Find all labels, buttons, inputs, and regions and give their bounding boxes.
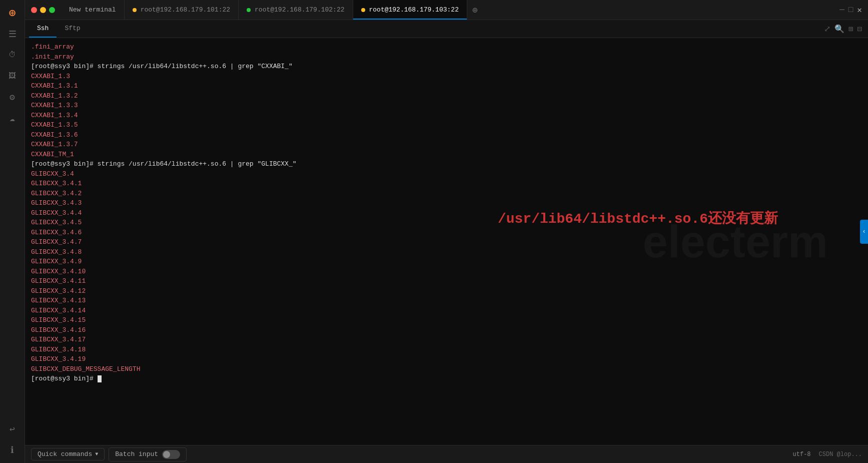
minimize-win-icon[interactable]: ─ (839, 6, 844, 15)
terminal-line: CXXABI_1.3.7 (31, 140, 862, 150)
subtab-sftp[interactable]: Sftp (57, 20, 88, 38)
subtab-ssh[interactable]: Ssh (29, 20, 57, 38)
terminal-line: CXXABI_1.3.5 (31, 120, 862, 130)
subtabs-left: Ssh Sftp (29, 20, 89, 38)
search-icon[interactable]: 🔍 (834, 24, 844, 34)
terminal-line: GLIBCXX_3.4.2 (31, 189, 862, 199)
batch-input-label: Batch input (115, 450, 158, 458)
terminal-line: [root@ssy3 bin]# strings /usr/lib64/libs… (31, 159, 862, 169)
terminal-line: GLIBCXX_3.4.6 (31, 228, 862, 238)
tab-dot-2 (247, 8, 251, 12)
tab-dot-3 (361, 8, 365, 12)
add-tab-button[interactable]: ⊕ (467, 0, 483, 20)
terminal-line: .init_array (31, 52, 862, 62)
tab-dot-1 (133, 8, 137, 12)
terminal-line: GLIBCXX_3.4 (31, 169, 862, 179)
sidebar-info[interactable]: ℹ (4, 441, 22, 459)
terminal-line: GLIBCXX_3.4.15 (31, 315, 862, 325)
sidebar: ⊕ ☰ ⏱ 🖼 ⚙ ☁ ↩ ℹ (0, 0, 25, 463)
terminal-cursor (98, 375, 102, 382)
terminal-line: CXXABI_1.3.3 (31, 101, 862, 111)
terminal-line: GLIBCXX_3.4.18 (31, 345, 862, 355)
titlebar: New terminal root@192.168.179.101:22 roo… (25, 0, 868, 20)
quick-commands-chevron: ▼ (95, 451, 98, 457)
terminal-line: GLIBCXX_3.4.8 (31, 247, 862, 257)
toggle-knob (163, 451, 170, 458)
window-controls (25, 7, 61, 13)
minimize-button[interactable] (40, 7, 46, 13)
terminal-line: CXXABI_1.3.4 (31, 111, 862, 121)
new-terminal-label: New terminal (69, 6, 116, 14)
sidebar-cloud[interactable]: ☁ (4, 109, 22, 127)
terminal-line: GLIBCXX_3.4.1 (31, 179, 862, 189)
expand-icon[interactable]: ⤢ (824, 24, 830, 34)
batch-input-button[interactable]: Batch input (109, 447, 187, 461)
terminal-line: [root@ssy3 bin]# strings /usr/lib64/libs… (31, 62, 862, 72)
tab-label-2: root@192.168.179.102:22 (255, 6, 344, 14)
panel-chevron-icon: ‹ (862, 228, 865, 235)
watermark-annotation: /usr/lib64/libstdc++.so.6还没有更新 (498, 209, 778, 228)
sidebar-media[interactable]: 🖼 (4, 67, 22, 85)
statusbar: Quick commands ▼ Batch input utf-8 CSDN … (25, 445, 868, 463)
terminal-line: CXXABI_TM_1 (31, 150, 862, 160)
subtabs-right: ⤢ 🔍 ⊞ ⊟ (824, 24, 868, 34)
sidebar-settings[interactable]: ⚙ (4, 88, 22, 106)
maximize-button[interactable] (49, 7, 55, 13)
right-panel-toggle[interactable]: ‹ (860, 220, 868, 244)
tab-session-2[interactable]: root@192.168.179.102:22 (239, 0, 353, 20)
tab-label-3: root@192.168.179.103:22 (369, 6, 459, 14)
layout-icon[interactable]: ⊟ (857, 24, 862, 34)
terminal-line: GLIBCXX_3.4.13 (31, 296, 862, 306)
terminal-line: GLIBCXX_3.4.16 (31, 325, 862, 335)
close-button[interactable] (31, 7, 37, 13)
terminal-line: .fini_array (31, 42, 862, 52)
terminal-line: GLIBCXX_3.4.10 (31, 267, 862, 277)
tab-label-1: root@192.168.179.101:22 (141, 6, 230, 14)
terminal-line: CXXABI_1.3.2 (31, 91, 862, 101)
main-content: New terminal root@192.168.179.101:22 roo… (25, 0, 868, 463)
terminal-area[interactable]: .fini_array.init_array[root@ssy3 bin]# s… (25, 38, 868, 445)
sidebar-logo[interactable]: ⊕ (4, 4, 22, 22)
terminal-line: GLIBCXX_3.4.9 (31, 257, 862, 267)
terminal-line: GLIBCXX_3.4.17 (31, 335, 862, 345)
tabs-bar: New terminal root@192.168.179.101:22 roo… (61, 0, 839, 20)
tab-session-1[interactable]: root@192.168.179.101:22 (125, 0, 239, 20)
status-right: utf-8 CSDN @lop... (793, 451, 862, 458)
terminal-line: GLIBCXX_DEBUG_MESSAGE_LENGTH (31, 364, 862, 374)
grid-icon[interactable]: ⊞ (848, 24, 853, 34)
batch-input-toggle[interactable] (162, 450, 180, 459)
terminal-line: CXXABI_1.3 (31, 72, 862, 82)
terminal-line: GLIBCXX_3.4.7 (31, 237, 862, 247)
csdn-label: CSDN @lop... (819, 451, 862, 458)
terminal-line: CXXABI_1.3.6 (31, 130, 862, 140)
tab-new-terminal[interactable]: New terminal (61, 0, 125, 20)
terminal-line: [root@ssy3 bin]# (31, 374, 862, 384)
tab-session-3[interactable]: root@192.168.179.103:22 (353, 0, 467, 20)
subtabs-bar: Ssh Sftp ⤢ 🔍 ⊞ ⊟ (25, 20, 868, 38)
quick-commands-label: Quick commands (38, 450, 92, 458)
restore-win-icon[interactable]: □ (848, 6, 853, 15)
terminal-line: GLIBCXX_3.4.3 (31, 198, 862, 208)
sidebar-sessions[interactable]: ☰ (4, 25, 22, 43)
sidebar-history[interactable]: ⏱ (4, 46, 22, 64)
terminal-line: CXXABI_1.3.1 (31, 81, 862, 91)
sidebar-back[interactable]: ↩ (4, 420, 22, 438)
encoding-label: utf-8 (793, 451, 811, 458)
terminal-line: GLIBCXX_3.4.19 (31, 354, 862, 364)
terminal-line: GLIBCXX_3.4.12 (31, 286, 862, 296)
terminal-line: GLIBCXX_3.4.14 (31, 306, 862, 316)
terminal-line: GLIBCXX_3.4.11 (31, 276, 862, 286)
quick-commands-button[interactable]: Quick commands ▼ (31, 448, 105, 460)
close-win-icon[interactable]: ✕ (857, 5, 862, 15)
